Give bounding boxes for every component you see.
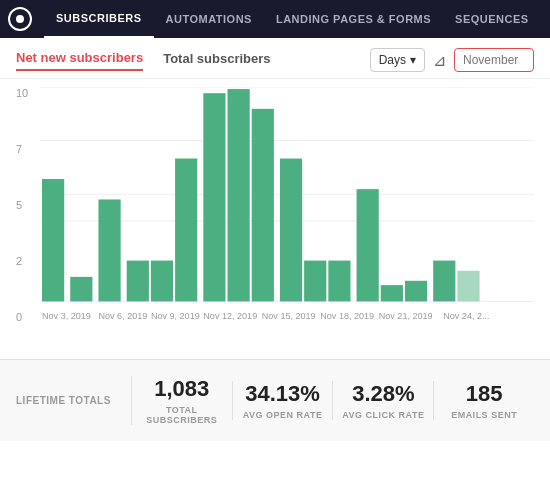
svg-rect-22 bbox=[405, 281, 427, 302]
nav-sequences[interactable]: Sequences bbox=[443, 0, 541, 38]
svg-rect-10 bbox=[98, 199, 120, 301]
stat-label-subscribers: Total Subscribers bbox=[140, 405, 224, 425]
svg-text:Nov 6, 2019: Nov 6, 2019 bbox=[98, 311, 147, 321]
svg-rect-15 bbox=[228, 89, 250, 301]
tab-net-new[interactable]: Net new subscribers bbox=[16, 50, 143, 71]
svg-rect-18 bbox=[304, 261, 326, 302]
svg-rect-8 bbox=[42, 179, 64, 301]
tab-total[interactable]: Total subscribers bbox=[163, 51, 270, 70]
svg-rect-20 bbox=[357, 189, 379, 301]
svg-text:Nov 24, 2...: Nov 24, 2... bbox=[443, 311, 489, 321]
stat-value-subscribers: 1,083 bbox=[140, 376, 224, 402]
stat-label-open-rate: Avg Open Rate bbox=[241, 410, 325, 420]
svg-rect-24 bbox=[457, 271, 479, 302]
svg-rect-16 bbox=[252, 109, 274, 302]
filter-icon[interactable]: ⊿ bbox=[433, 51, 446, 70]
bar-chart: Nov 3, 2019 Nov 6, 2019 Nov 9, 2019 Nov … bbox=[40, 87, 534, 355]
nav-broadcasts[interactable]: Broadcasts bbox=[541, 0, 550, 38]
svg-rect-13 bbox=[175, 159, 197, 302]
chart-inner: Nov 3, 2019 Nov 6, 2019 Nov 9, 2019 Nov … bbox=[40, 87, 534, 355]
svg-rect-21 bbox=[381, 285, 403, 301]
sub-header-controls: Days ▾ ⊿ bbox=[370, 48, 534, 72]
nav-items: Subscribers Automations Landing Pages & … bbox=[44, 0, 550, 38]
stat-value-click-rate: 3.28% bbox=[341, 381, 425, 407]
stats-footer: Lifetime Totals 1,083 Total Subscribers … bbox=[0, 359, 550, 441]
stat-open-rate: 34.13% Avg Open Rate bbox=[232, 381, 333, 419]
app-logo bbox=[8, 7, 32, 31]
svg-text:Nov 21, 2019: Nov 21, 2019 bbox=[379, 311, 433, 321]
stat-label-click-rate: Avg Click Rate bbox=[341, 410, 425, 420]
chart-area: 0 2 5 7 10 bbox=[0, 79, 550, 359]
sub-header: Net new subscribers Total subscribers Da… bbox=[0, 38, 550, 79]
date-input[interactable] bbox=[454, 48, 534, 72]
svg-text:Nov 15, 2019: Nov 15, 2019 bbox=[262, 311, 316, 321]
svg-point-1 bbox=[16, 15, 24, 23]
svg-rect-23 bbox=[433, 261, 455, 302]
stat-emails-sent: 185 Emails Sent bbox=[433, 381, 534, 419]
stat-total-subscribers: 1,083 Total Subscribers bbox=[131, 376, 232, 424]
y-axis-labels: 0 2 5 7 10 bbox=[16, 87, 32, 323]
nav-subscribers[interactable]: Subscribers bbox=[44, 0, 154, 38]
nav-automations[interactable]: Automations bbox=[154, 0, 264, 38]
svg-text:Nov 3, 2019: Nov 3, 2019 bbox=[42, 311, 91, 321]
svg-text:Nov 9, 2019: Nov 9, 2019 bbox=[151, 311, 200, 321]
stat-value-emails-sent: 185 bbox=[442, 381, 526, 407]
top-nav: Subscribers Automations Landing Pages & … bbox=[0, 0, 550, 38]
svg-rect-19 bbox=[328, 261, 350, 302]
period-select[interactable]: Days ▾ bbox=[370, 48, 425, 72]
svg-rect-11 bbox=[127, 261, 149, 302]
stat-label-emails-sent: Emails Sent bbox=[442, 410, 526, 420]
lifetime-label: Lifetime Totals bbox=[16, 395, 111, 406]
svg-rect-14 bbox=[203, 93, 225, 301]
svg-rect-12 bbox=[151, 261, 173, 302]
stat-value-open-rate: 34.13% bbox=[241, 381, 325, 407]
svg-text:Nov 18, 2019: Nov 18, 2019 bbox=[320, 311, 374, 321]
svg-rect-17 bbox=[280, 159, 302, 302]
svg-text:Nov 12, 2019: Nov 12, 2019 bbox=[203, 311, 257, 321]
nav-landing-pages[interactable]: Landing Pages & Forms bbox=[264, 0, 443, 38]
stat-click-rate: 3.28% Avg Click Rate bbox=[332, 381, 433, 419]
svg-rect-9 bbox=[70, 277, 92, 302]
